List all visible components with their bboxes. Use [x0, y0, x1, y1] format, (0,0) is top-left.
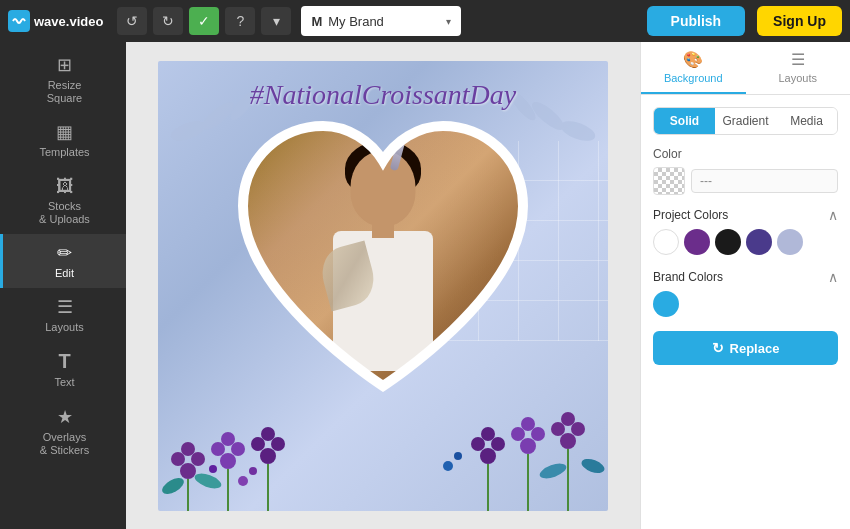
brand-dropdown-icon: ▾ [446, 16, 451, 27]
signup-button[interactable]: Sign Up [757, 6, 842, 36]
panel-content: Solid Gradient Media Color --- Project C… [641, 95, 850, 529]
svg-point-32 [491, 437, 505, 451]
templates-icon: ▦ [56, 121, 73, 143]
right-panel: 🎨 Background ☰ Layouts Solid Gradient Me… [640, 42, 850, 529]
brand-colors-label: Brand Colors [653, 270, 723, 284]
swatch-brand-blue[interactable] [653, 291, 679, 317]
svg-point-3 [181, 442, 195, 456]
main-layout: ⊞ ResizeSquare ▦ Templates 🖼 Stocks& Upl… [0, 42, 850, 529]
svg-point-42 [558, 117, 597, 144]
svg-point-27 [531, 427, 545, 441]
layouts-icon: ☰ [57, 296, 73, 318]
brand-name: My Brand [328, 14, 440, 29]
project-colors-section: Project Colors ∧ [653, 207, 838, 255]
brand-colors-toggle[interactable]: ∧ [828, 269, 838, 285]
replace-button[interactable]: ↻ Replace [653, 331, 838, 365]
svg-point-10 [260, 448, 276, 464]
overlays-icon: ★ [57, 406, 73, 428]
undo-button[interactable]: ↺ [117, 7, 147, 35]
sidebar-item-overlays[interactable]: ★ Overlays& Stickers [0, 398, 126, 465]
svg-point-35 [580, 456, 607, 475]
logo-text: wave.video [34, 14, 103, 29]
color-preview-swatch[interactable] [653, 167, 685, 195]
svg-point-19 [209, 465, 217, 473]
svg-point-11 [251, 437, 265, 451]
svg-point-7 [231, 442, 245, 456]
svg-point-8 [221, 432, 235, 446]
brand-selector[interactable]: M My Brand ▾ [301, 6, 461, 36]
svg-point-15 [160, 474, 187, 496]
sidebar-item-edit[interactable]: ✏ Edit [0, 234, 126, 288]
confirm-button[interactable]: ✓ [189, 7, 219, 35]
tab-layouts[interactable]: ☰ Layouts [746, 42, 851, 94]
more-button[interactable]: ▾ [261, 7, 291, 35]
layouts-tab-label: Layouts [778, 72, 817, 84]
svg-point-22 [571, 422, 585, 436]
resize-icon: ⊞ [57, 54, 72, 76]
svg-point-16 [193, 470, 223, 491]
svg-point-39 [168, 117, 207, 144]
tab-background[interactable]: 🎨 Background [641, 42, 746, 94]
sidebar-item-resize[interactable]: ⊞ ResizeSquare [0, 46, 126, 113]
logo-icon [8, 10, 30, 32]
type-media-button[interactable]: Media [776, 108, 837, 134]
svg-point-6 [211, 442, 225, 456]
svg-point-12 [271, 437, 285, 451]
svg-point-36 [538, 460, 568, 481]
background-tab-label: Background [664, 72, 723, 84]
layouts-tab-icon: ☰ [791, 50, 805, 69]
brand-color-swatches [653, 291, 838, 317]
flowers-left [158, 311, 358, 511]
sidebar-item-templates[interactable]: ▦ Templates [0, 113, 126, 167]
brand-colors-section: Brand Colors ∧ [653, 269, 838, 317]
color-section-label: Color [653, 147, 838, 161]
text-icon: T [58, 350, 70, 373]
topbar: wave.video ↺ ↻ ✓ ? ▾ M My Brand ▾ Publis… [0, 0, 850, 42]
canvas-title: #NationalCroissantDay [158, 79, 608, 111]
project-colors-label: Project Colors [653, 208, 728, 222]
project-color-swatches [653, 229, 838, 255]
sidebar: ⊞ ResizeSquare ▦ Templates 🖼 Stocks& Upl… [0, 42, 126, 529]
svg-point-31 [471, 437, 485, 451]
sidebar-item-text[interactable]: T Text [0, 342, 126, 397]
sidebar-item-stocks[interactable]: 🖼 Stocks& Uploads [0, 168, 126, 234]
replace-icon: ↻ [712, 340, 724, 356]
color-row: --- [653, 167, 838, 195]
svg-point-38 [454, 452, 462, 460]
svg-point-2 [191, 452, 205, 466]
redo-button[interactable]: ↻ [153, 7, 183, 35]
svg-point-13 [261, 427, 275, 441]
publish-button[interactable]: Publish [647, 6, 746, 36]
help-button[interactable]: ? [225, 7, 255, 35]
canvas-area[interactable]: #NationalCroissantDay [126, 42, 640, 529]
canvas[interactable]: #NationalCroissantDay [158, 61, 608, 511]
swatch-light-blue[interactable] [777, 229, 803, 255]
swatch-black[interactable] [715, 229, 741, 255]
edit-icon: ✏ [57, 242, 72, 264]
svg-point-28 [521, 417, 535, 431]
svg-point-18 [249, 467, 257, 475]
swatch-purple[interactable] [684, 229, 710, 255]
background-tab-icon: 🎨 [683, 50, 703, 69]
svg-point-20 [560, 433, 576, 449]
svg-point-21 [551, 422, 565, 436]
color-value-input[interactable]: --- [691, 169, 838, 193]
svg-point-26 [511, 427, 525, 441]
type-solid-button[interactable]: Solid [654, 108, 715, 134]
svg-point-5 [220, 453, 236, 469]
type-selector: Solid Gradient Media [653, 107, 838, 135]
logo: wave.video [8, 10, 103, 32]
swatch-dark-purple[interactable] [746, 229, 772, 255]
svg-point-23 [561, 412, 575, 426]
svg-point-17 [238, 476, 248, 486]
sidebar-item-layouts[interactable]: ☰ Layouts [0, 288, 126, 342]
swatch-white[interactable] [653, 229, 679, 255]
type-gradient-button[interactable]: Gradient [715, 108, 776, 134]
replace-label: Replace [730, 341, 780, 356]
project-colors-toggle[interactable]: ∧ [828, 207, 838, 223]
flowers-right [388, 291, 608, 511]
stocks-icon: 🖼 [56, 176, 74, 197]
svg-point-1 [171, 452, 185, 466]
panel-tabs: 🎨 Background ☰ Layouts [641, 42, 850, 95]
brand-letter: M [311, 14, 322, 29]
